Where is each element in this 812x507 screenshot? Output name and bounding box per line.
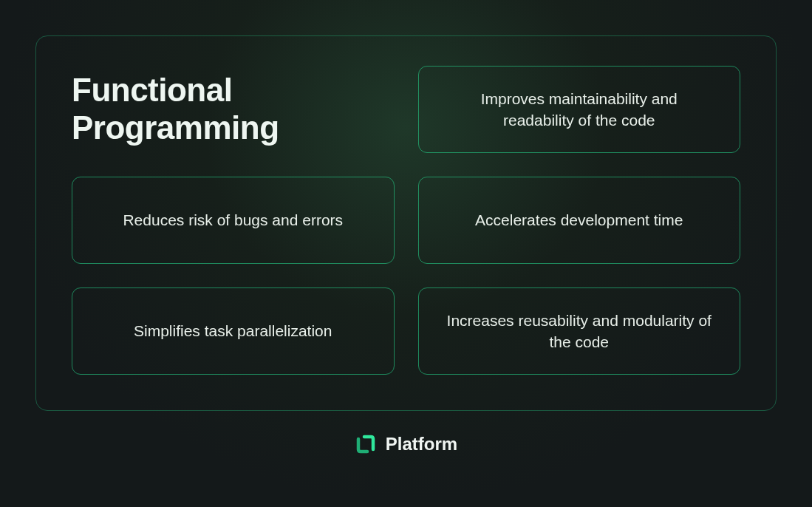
benefit-text: Improves maintainability and readability…: [444, 88, 715, 132]
benefit-text: Accelerates development time: [475, 209, 683, 231]
footer-brand: Platform: [386, 434, 457, 455]
footer: Platform: [355, 433, 457, 455]
page-title: Functional Programming: [72, 72, 395, 146]
benefit-text: Increases reusability and modularity of …: [444, 310, 715, 353]
benefit-card: Reduces risk of bugs and errors: [72, 177, 395, 264]
content-grid: Functional Programming Improves maintain…: [72, 66, 740, 375]
platform-logo-icon: [355, 433, 377, 455]
benefit-text: Reduces risk of bugs and errors: [123, 209, 343, 231]
benefit-card: Accelerates development time: [418, 177, 741, 264]
benefit-card: Improves maintainability and readability…: [418, 66, 741, 153]
benefit-text: Simplifies task parallelization: [134, 320, 332, 341]
benefit-card: Simplifies task parallelization: [72, 287, 395, 375]
benefit-card: Increases reusability and modularity of …: [418, 287, 741, 375]
main-panel: Functional Programming Improves maintain…: [35, 35, 777, 411]
